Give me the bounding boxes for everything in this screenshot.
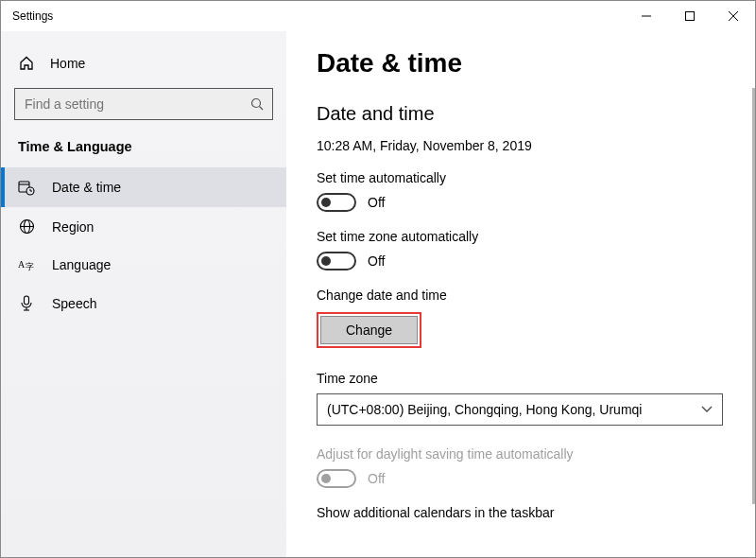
home-nav[interactable]: Home bbox=[1, 46, 286, 80]
scrollbar[interactable] bbox=[752, 88, 755, 504]
close-icon bbox=[729, 11, 738, 21]
sidebar-item-label: Language bbox=[52, 257, 111, 272]
page-title: Date & time bbox=[317, 48, 725, 78]
dst-toggle bbox=[317, 469, 356, 488]
additional-calendars-label: Show additional calendars in the taskbar bbox=[317, 505, 725, 520]
set-tz-auto-toggle[interactable] bbox=[317, 252, 356, 270]
sidebar-item-date-time[interactable]: Date & time bbox=[1, 167, 286, 207]
change-dt-label: Change date and time bbox=[317, 288, 725, 303]
svg-rect-16 bbox=[25, 296, 29, 305]
set-time-auto-toggle[interactable] bbox=[317, 193, 356, 212]
timezone-value: (UTC+08:00) Beijing, Chongqing, Hong Kon… bbox=[327, 402, 642, 417]
globe-icon bbox=[18, 218, 35, 235]
minimize-button[interactable] bbox=[625, 1, 668, 31]
svg-text:字: 字 bbox=[26, 262, 34, 271]
chevron-down-icon bbox=[701, 406, 713, 413]
sidebar: Home Time & Language Date & time Region … bbox=[1, 31, 286, 557]
dst-state: Off bbox=[368, 471, 385, 486]
sidebar-item-region[interactable]: Region bbox=[1, 207, 286, 246]
minimize-icon bbox=[642, 11, 651, 21]
close-button[interactable] bbox=[712, 1, 755, 31]
svg-text:A: A bbox=[18, 259, 26, 270]
svg-rect-1 bbox=[686, 12, 695, 21]
set-tz-auto-state: Off bbox=[368, 253, 385, 269]
search-box[interactable] bbox=[14, 88, 273, 120]
sidebar-item-label: Date & time bbox=[52, 180, 121, 195]
language-icon: A字 bbox=[18, 257, 35, 272]
maximize-button[interactable] bbox=[668, 1, 712, 31]
microphone-icon bbox=[18, 295, 35, 312]
set-tz-auto-label: Set time zone automatically bbox=[317, 229, 725, 244]
content-area: Date & time Date and time 10:28 AM, Frid… bbox=[286, 31, 755, 557]
titlebar: Settings bbox=[1, 1, 755, 31]
sidebar-item-label: Speech bbox=[52, 296, 96, 311]
window-controls bbox=[625, 1, 755, 31]
timezone-select[interactable]: (UTC+08:00) Beijing, Chongqing, Hong Kon… bbox=[317, 393, 723, 426]
change-button[interactable]: Change bbox=[320, 316, 418, 344]
sidebar-item-language[interactable]: A字 Language bbox=[1, 246, 286, 284]
set-time-auto-label: Set time automatically bbox=[317, 170, 725, 185]
home-icon bbox=[18, 56, 35, 71]
current-datetime: 10:28 AM, Friday, November 8, 2019 bbox=[317, 138, 725, 153]
search-input[interactable] bbox=[14, 88, 273, 120]
sidebar-item-label: Region bbox=[52, 219, 94, 235]
set-time-auto-state: Off bbox=[368, 195, 385, 210]
change-button-highlight: Change bbox=[317, 312, 421, 348]
sidebar-item-speech[interactable]: Speech bbox=[1, 284, 286, 323]
category-title: Time & Language bbox=[1, 139, 286, 167]
clock-calendar-icon bbox=[18, 179, 35, 196]
dst-label: Adjust for daylight saving time automati… bbox=[317, 446, 725, 462]
timezone-label: Time zone bbox=[317, 371, 725, 386]
maximize-icon bbox=[685, 11, 695, 21]
section-title: Date and time bbox=[317, 103, 725, 125]
svg-line-5 bbox=[260, 107, 264, 111]
home-label: Home bbox=[50, 56, 85, 71]
svg-point-4 bbox=[252, 99, 261, 108]
search-icon bbox=[250, 97, 264, 111]
window-title: Settings bbox=[12, 9, 53, 23]
